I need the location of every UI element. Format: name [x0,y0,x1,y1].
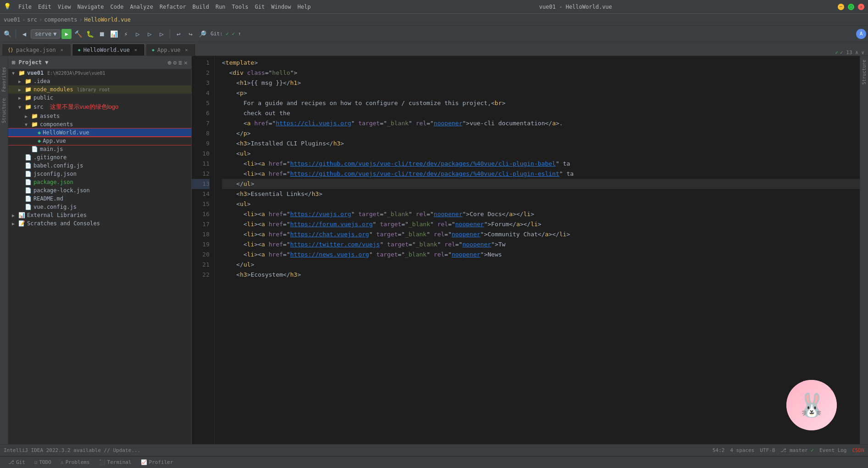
maximize-button[interactable]: □ [848,4,854,10]
app-logo: 💡 [4,3,11,11]
csdn-label: CSDN [852,447,865,453]
tree-item-vue-config[interactable]: 📄 vue.config.js [8,203,191,211]
structure-right-icon[interactable]: Structure [862,58,867,86]
menu-git[interactable]: Git [252,3,268,11]
bottom-tab-git[interactable]: ⎇ Git [4,457,30,468]
profiler-tab-icon: 📈 [141,459,147,465]
tree-item-vue01[interactable]: ▼ 📁 vue01 E:\H2203A\P9vue\vue01 [8,69,191,77]
breadcrumb-components[interactable]: components [44,17,77,23]
breadcrumb-bar: vue01 › src › components › HelloWorld.vu… [0,14,868,26]
tree-item-components[interactable]: ▼ 📁 components [8,120,191,128]
code-line-15: <ul> [222,199,860,209]
user-avatar[interactable]: A [856,29,866,39]
toolbar-redo-btn[interactable]: ↪ [185,28,196,39]
main-js-icon: 📄 [31,146,38,152]
structure-side-icon[interactable]: Structure [1,96,6,125]
run-button[interactable]: ▶ [61,29,72,39]
tree-item-node-modules[interactable]: ▶ 📁 node_modules library root [8,85,191,94]
tree-item-public[interactable]: ▶ 📁 public [8,94,191,102]
bottom-tab-todo[interactable]: ☑ TODO [30,457,56,468]
folder-icon: 📁 [18,70,25,76]
menu-edit[interactable]: Edit [35,3,54,11]
menu-help[interactable]: Help [295,3,314,11]
toolbar-undo-btn[interactable]: ↩ [173,28,184,39]
toolbar-coverage-btn[interactable]: 📊 [108,28,119,39]
line-numbers: 1 2 3 4 5 6 7 8 9 10 11 12 13 14 15 16 1… [192,56,215,444]
code-content[interactable]: <template> <div class="hello"> <h1>{{ ms… [215,56,860,444]
code-line-9: <h3>Installed CLI Plugins</h3> [222,139,860,149]
breadcrumb-src[interactable]: src [27,17,37,23]
package-lock-icon: 📄 [25,187,32,194]
indentation: 4 spaces [730,447,754,453]
checkmark-icon: ✓ [835,50,838,56]
menu-code[interactable]: Code [108,3,127,11]
toolbar-more2-btn[interactable]: ▷ [144,28,155,39]
toolbar-rebuild-btn[interactable]: 🔨 [72,28,83,39]
status-bar: IntelliJ IDEA 2022.3.2 available // Upda… [0,444,868,456]
annotation-text: 这里不显示vue的绿色logo [50,103,119,110]
minimize-button[interactable]: ─ [838,4,844,10]
toolbar-debug-btn[interactable]: 🐛 [84,28,95,39]
tree-item-src[interactable]: ▼ 📁 src 这里不显示vue的绿色logo [8,102,191,112]
event-log-label[interactable]: Event Log [819,447,847,453]
tab-helloworld-close[interactable]: ✕ [133,47,139,53]
tab-package-json-close[interactable]: ✕ [59,47,65,53]
code-line-10: <ul> [222,149,860,159]
breadcrumb-project[interactable]: vue01 [4,17,20,23]
tree-item-jsconfig[interactable]: 📄 jsconfig.json [8,170,191,178]
update-notification: IntelliJ IDEA 2022.3.2 available // Upda… [4,447,140,453]
cursor-position: 54:2 [713,447,725,453]
toolbar-search-btn[interactable]: 🔍 [2,28,13,39]
tree-item-package-json[interactable]: 📄 package.json [8,178,191,186]
sidebar-icon-settings[interactable]: ⚙ [173,59,177,66]
tab-app-vue[interactable]: ◆ App.vue ✕ [146,44,196,56]
idea-folder-icon: 📁 [25,78,32,84]
tree-item-package-lock[interactable]: 📄 package-lock.json [8,186,191,195]
code-line-20: <li><a href="https://news.vuejs.org" tar… [222,250,860,260]
toolbar-back-btn[interactable]: ◀ [19,28,30,39]
tree-item-helloworld-vue[interactable]: ◆ HelloWorld.vue [8,128,191,137]
menu-window[interactable]: Window [268,3,293,11]
menu-file[interactable]: File [16,3,34,11]
toolbar-more-btn[interactable]: ▷ [132,28,143,39]
bottom-tab-profiler[interactable]: 📈 Profiler [136,457,178,468]
sidebar-icon-collapse[interactable]: ≡ [178,59,182,66]
tree-item-babel[interactable]: 📄 babel.config.js [8,162,191,170]
code-line-14: <h3>Essential Links</h3> [222,189,860,199]
tree-item-idea[interactable]: ▶ 📁 .idea [8,77,191,85]
menu-analyze[interactable]: Analyze [127,3,156,11]
toolbar-search2-btn[interactable]: 🔎 [197,28,208,39]
editor-panel: 1 2 3 4 5 6 7 8 9 10 11 12 13 14 15 16 1… [192,56,860,444]
serve-dropdown[interactable]: serve ▼ [31,29,61,39]
sidebar-icon-add[interactable]: ⊕ [168,59,171,66]
toolbar-profiler-btn[interactable]: ⚡ [120,28,131,39]
close-button[interactable]: ✕ [858,4,864,10]
tab-package-json[interactable]: {} package.json ✕ [2,44,71,56]
public-folder-icon: 📁 [25,95,32,101]
menu-build[interactable]: Build [190,3,212,11]
menu-navigate[interactable]: Navigate [75,3,107,11]
tree-item-assets[interactable]: ▶ 📁 assets [8,112,191,120]
tree-item-scratches[interactable]: ▶ 📝 Scratches and Consoles [8,219,191,228]
sticker-decoration: 🐰 中 [786,380,837,430]
menu-refactor[interactable]: Refactor [157,3,189,11]
bottom-tab-problems[interactable]: ⚠ Problems [56,457,94,468]
tree-item-readme[interactable]: 📄 README.md [8,195,191,203]
tree-item-gitignore[interactable]: 📄 .gitignore [8,153,191,162]
tab-helloworld-vue[interactable]: ◆ HelloWorld.vue ✕ [72,44,145,56]
code-editor[interactable]: 1 2 3 4 5 6 7 8 9 10 11 12 13 14 15 16 1… [192,56,860,444]
menu-run[interactable]: Run [213,3,228,11]
tree-item-app-vue[interactable]: ◆ App.vue [8,137,191,145]
tree-item-main-js[interactable]: 📄 main.js [8,145,191,153]
favorites-icon[interactable]: Favorites [1,65,6,94]
breadcrumb-file[interactable]: HelloWorld.vue [84,17,131,23]
tab-app-vue-close[interactable]: ✕ [183,47,190,53]
toolbar-more3-btn[interactable]: ▷ [156,28,167,39]
toolbar-stop-btn[interactable]: ⏹ [96,28,107,39]
sidebar-icon-close[interactable]: ✕ [184,59,188,66]
tree-item-external-libs[interactable]: ▶ 📊 External Libraries [8,211,191,219]
project-sidebar: ⊞ Project ▼ ⊕ ⚙ ≡ ✕ ▼ 📁 vue01 E:\H2203A\… [8,56,192,444]
bottom-tab-terminal[interactable]: ⬛ Terminal [94,457,136,468]
menu-view[interactable]: View [55,3,74,11]
menu-tools[interactable]: Tools [229,3,251,11]
